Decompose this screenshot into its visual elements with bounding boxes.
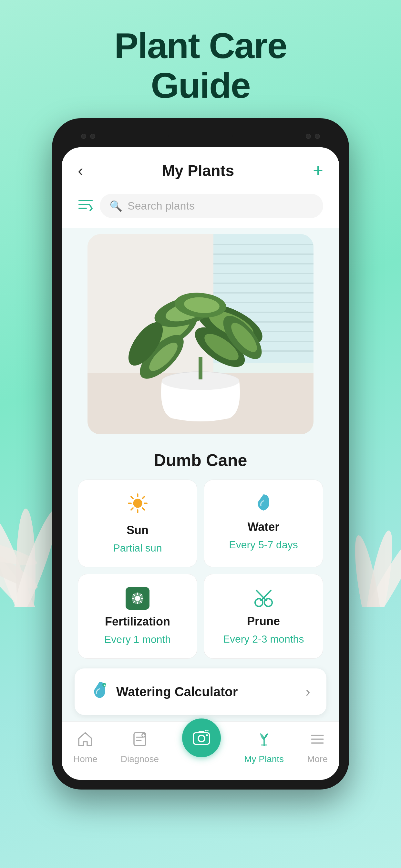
- nav-item-home[interactable]: Home: [73, 731, 97, 764]
- phone-dot-3: [306, 134, 311, 139]
- search-bar[interactable]: 🔍 Search plants: [100, 194, 323, 218]
- sun-care-value: Partial sun: [113, 542, 162, 554]
- watering-calculator-label: Watering Calculator: [116, 685, 238, 699]
- nav-item-my-plants[interactable]: My Plants: [244, 731, 284, 764]
- phone-top-bar: [62, 128, 339, 145]
- svg-line-52: [143, 508, 144, 510]
- watering-drop-icon: ✦: [91, 680, 109, 703]
- diagnose-icon: [131, 731, 148, 751]
- phone-notch: [168, 133, 233, 140]
- scissors-icon: [253, 587, 274, 609]
- diagnose-nav-label: Diagnose: [121, 754, 159, 764]
- more-icon: [309, 731, 326, 751]
- nav-item-diagnose[interactable]: Diagnose: [121, 731, 159, 764]
- page-title-text: Plant Care Guide: [114, 0, 287, 118]
- app-header: ‹ My Plants +: [62, 147, 339, 190]
- fertilization-care-card[interactable]: Fertilization Every 1 month: [78, 574, 197, 659]
- svg-rect-18: [210, 283, 313, 284]
- water-care-label: Water: [248, 520, 280, 534]
- nav-item-more[interactable]: More: [307, 731, 328, 764]
- search-placeholder: Search plants: [127, 199, 195, 212]
- search-container: 🔍 Search plants: [62, 190, 339, 228]
- watering-calculator-banner[interactable]: ✦ Watering Calculator ›: [74, 669, 327, 715]
- svg-rect-14: [210, 244, 313, 245]
- sun-icon: [127, 493, 148, 518]
- search-icon: 🔍: [110, 200, 122, 212]
- svg-rect-16: [210, 263, 313, 265]
- header-title: My Plants: [162, 162, 234, 180]
- phone-camera-right: [306, 134, 320, 139]
- page-background-title: Plant Care Guide: [114, 0, 287, 118]
- flower-right-decoration: [352, 445, 401, 607]
- phone-dot-4: [315, 134, 320, 139]
- fertilization-care-label: Fertilization: [105, 615, 170, 628]
- phone-screen: ‹ My Plants + 🔍 Search plants: [62, 147, 339, 780]
- home-nav-label: Home: [73, 754, 97, 764]
- plant-illustration: [88, 234, 313, 434]
- care-grid: Sun Partial sun Water Every 5-7 days: [62, 476, 339, 669]
- svg-rect-15: [210, 253, 313, 255]
- camera-button[interactable]: [182, 718, 221, 757]
- water-care-value: Every 5-7 days: [229, 539, 298, 551]
- prune-care-card[interactable]: Prune Every 2-3 months: [204, 574, 323, 659]
- watering-left: ✦ Watering Calculator: [91, 680, 238, 703]
- my-plants-nav-label: My Plants: [244, 754, 284, 764]
- svg-point-56: [135, 596, 140, 601]
- fertilization-care-value: Every 1 month: [104, 633, 171, 646]
- sun-care-card[interactable]: Sun Partial sun: [78, 479, 197, 567]
- water-care-card[interactable]: Water Every 5-7 days: [204, 479, 323, 567]
- phone-dot-1: [81, 134, 86, 139]
- svg-line-51: [131, 497, 133, 499]
- svg-text:✦: ✦: [103, 684, 106, 687]
- sort-icon[interactable]: [78, 198, 93, 214]
- phone-dot-2: [90, 134, 95, 139]
- sun-care-label: Sun: [127, 523, 149, 537]
- flower-left-decoration: [0, 413, 58, 607]
- water-icon: [254, 493, 273, 515]
- svg-point-46: [133, 499, 142, 508]
- fertilization-icon: [126, 587, 150, 610]
- add-plant-button[interactable]: +: [313, 160, 323, 181]
- phone-camera-left: [81, 134, 95, 139]
- svg-rect-17: [210, 273, 313, 274]
- svg-rect-20: [210, 302, 313, 303]
- bottom-nav: Home Diagnose: [62, 721, 339, 780]
- back-button[interactable]: ‹: [78, 161, 83, 180]
- home-icon: [77, 731, 94, 751]
- svg-point-78: [198, 735, 205, 742]
- svg-line-54: [131, 508, 133, 510]
- prune-care-label: Prune: [247, 615, 280, 628]
- chevron-right-icon: ›: [305, 684, 310, 700]
- prune-care-value: Every 2-3 months: [223, 633, 304, 645]
- camera-icon: [192, 729, 211, 747]
- plant-image-area: [62, 228, 339, 441]
- svg-point-82: [261, 744, 267, 746]
- plant-name: Dumb Cane: [62, 441, 339, 476]
- svg-point-80: [206, 734, 208, 736]
- svg-line-53: [143, 497, 144, 499]
- my-plants-icon: [256, 731, 273, 751]
- svg-rect-79: [198, 731, 204, 733]
- phone-frame: ‹ My Plants + 🔍 Search plants: [52, 118, 349, 789]
- plant-image-container: [88, 234, 313, 434]
- svg-rect-19: [210, 292, 313, 293]
- more-nav-label: More: [307, 754, 328, 764]
